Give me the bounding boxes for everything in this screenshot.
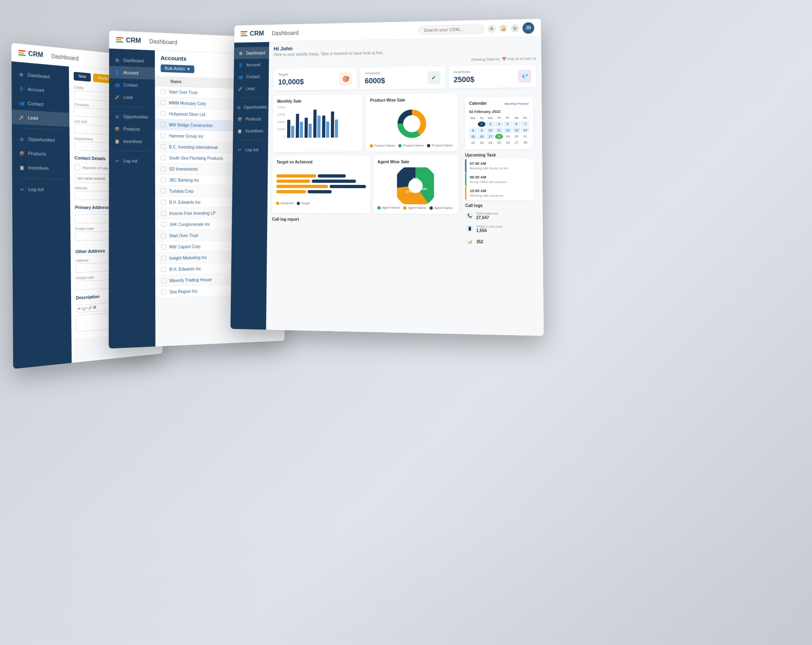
sidebar-item-opportunities-left[interactable]: ◎ Opportunities (12, 131, 70, 148)
sidebar-item-opp-right[interactable]: ◎ Opportunities (233, 101, 268, 113)
avatar[interactable]: JD (522, 22, 534, 34)
gear-icon[interactable]: ⚙ (487, 24, 495, 33)
grid-icon[interactable]: ⊞ (511, 24, 519, 32)
sidebar-item-products-left[interactable]: 📦 Products (12, 146, 70, 162)
sidebar-item-incentives-mid[interactable]: 📋 Incentives (109, 135, 155, 148)
image-btn[interactable]: 🖼 (93, 306, 96, 310)
row-checkbox[interactable] (161, 122, 166, 127)
call-log-value-2: 1,554 (476, 228, 503, 233)
sidebar-item-contact-right[interactable]: 👥 Contact (234, 70, 269, 82)
sidebar-item-opp-mid[interactable]: ◎ Opportunities (109, 110, 155, 123)
contact-checkbox[interactable] (75, 165, 80, 170)
call-log-value-3: 352 (476, 239, 483, 244)
bold-btn[interactable]: B (78, 307, 80, 311)
cal-day-today: 2 (478, 122, 486, 127)
link-btn[interactable]: 🔗 (88, 306, 92, 310)
row-checkbox[interactable] (161, 222, 166, 227)
mid-divider-2 (116, 151, 148, 151)
pie-legend-label-2: Agent Name (408, 206, 426, 209)
task-time-2: 06:30 AM (470, 175, 531, 179)
call-icon-green: 📞 (465, 211, 474, 220)
dashboard-icon: ⊞ (18, 71, 25, 78)
incentives-icon: 📋 (19, 165, 25, 171)
y-axis: 4000$ 3000$ 2000$ 1000$ 0 (277, 106, 286, 138)
call-log-info-3: 352 (476, 239, 483, 244)
pie-svg: 40% 33% 27% (397, 167, 434, 205)
row-checkbox[interactable] (161, 144, 166, 149)
row-checkbox[interactable] (161, 256, 166, 260)
account-icon-mid: 👤 (114, 69, 120, 76)
sidebar-item-contact-mid[interactable]: 👥 Contact (109, 78, 155, 92)
cal-day: 20 (513, 133, 520, 139)
sidebar-item-dashboard-mid[interactable]: ⊞ Dashboard (109, 53, 155, 67)
task-item: 06:30 AM Group office discussions (465, 173, 534, 187)
products-icon-right: 📦 (237, 116, 243, 122)
row-checkbox[interactable] (161, 133, 166, 138)
bulk-action-btn[interactable]: Bulk Action ▼ (161, 64, 194, 73)
row-checkbox[interactable] (161, 245, 166, 249)
row-checkbox[interactable] (161, 278, 166, 283)
sidebar-item-lead-right[interactable]: 🚀 Lead (234, 82, 269, 95)
cal-day: 5 (504, 121, 511, 127)
row-checkbox[interactable] (161, 100, 165, 105)
call-log-info-2: Today's call count 1,554 (476, 225, 503, 233)
logo-bar-r3 (241, 35, 248, 36)
row-checkbox[interactable] (161, 178, 166, 182)
row-checkbox[interactable] (161, 189, 166, 194)
sidebar-item-logout-left[interactable]: ↩ Log out (12, 182, 70, 196)
mid-sidebar: ⊞ Dashboard 👤 Account 👥 Contact 🚀 Lead ◎… (109, 49, 155, 349)
sidebar-label: Account (28, 87, 44, 93)
sidebar-item-products-mid[interactable]: 📦 Products (109, 122, 155, 136)
sidebar-item-incentives-left[interactable]: 📋 Incentives (12, 160, 70, 176)
logo-bar-r2 (241, 33, 246, 34)
cal-day: 11 (495, 128, 503, 133)
row-checkbox[interactable] (161, 289, 166, 295)
cal-day: 10 (486, 128, 494, 133)
legend-item-3: Product Name (427, 143, 453, 147)
logo-bar-m3 (116, 41, 123, 43)
sidebar-item-lead-left[interactable]: 🚀 Lead (12, 109, 69, 127)
italic-btn[interactable]: I (81, 307, 82, 310)
align-btn[interactable]: ≡ (86, 306, 88, 310)
sidebar-label-right-8: Log out (245, 147, 258, 152)
call-log-item: 📱 Today's call count 1,554 (465, 222, 534, 236)
donut-container (370, 105, 454, 142)
sidebar-item-dashboard-right[interactable]: ⊞ Dashboard (234, 47, 269, 59)
bell-icon[interactable]: 🔔 (499, 24, 508, 32)
account-icon: 👤 (18, 85, 25, 91)
search-input[interactable] (418, 24, 484, 34)
row-checkbox[interactable] (161, 111, 166, 116)
svg-text:33%: 33% (422, 187, 427, 190)
row-checkbox[interactable] (161, 200, 166, 205)
sidebar-item-account-mid[interactable]: 👤 Account (109, 66, 155, 80)
legend-achieved: Achieved (276, 201, 294, 205)
sidebar-item-logout-mid[interactable]: ↩ Log out (109, 154, 155, 167)
kpi-incentives-value: 2500$ (454, 76, 475, 85)
row-checkbox[interactable] (161, 267, 166, 272)
tab-new[interactable]: New (74, 72, 91, 82)
row-checkbox[interactable] (161, 89, 165, 94)
bar-4b (317, 116, 321, 138)
hbar-row-4 (276, 190, 366, 193)
agent-wise-chart: Agent Wise Sale 40% (373, 156, 458, 214)
row-checkbox[interactable] (161, 155, 166, 160)
kpi-incentives: Incentives 2500$ 💎 (448, 64, 536, 88)
legend-dot-green (398, 144, 402, 147)
legend-label-2: Product Name (403, 144, 424, 147)
sidebar-item-account-right[interactable]: 👤 Account (234, 58, 269, 71)
cal-day: 16 (478, 134, 486, 139)
row-checkbox[interactable] (161, 233, 166, 238)
logo-bar-2 (18, 52, 24, 53)
hbar-target-1 (277, 174, 316, 178)
sidebar-item-logout-right[interactable]: ↩ Log out (233, 144, 268, 156)
row-checkbox[interactable] (161, 167, 166, 171)
sidebar-item-incentives-right[interactable]: 📋 Incentives (233, 125, 268, 137)
sidebar-label-right-2: Account (246, 62, 261, 67)
cal-day: 21 (521, 133, 529, 139)
sidebar-item-lead-mid[interactable]: 🚀 Lead (109, 91, 155, 104)
call-log-info: Total Achieved 27,547 (476, 211, 498, 220)
sidebar-item-products-right[interactable]: 📦 Products (233, 113, 268, 125)
cal-day: 14 (521, 127, 529, 133)
row-checkbox[interactable] (161, 211, 166, 216)
underline-btn[interactable]: U (83, 307, 85, 311)
